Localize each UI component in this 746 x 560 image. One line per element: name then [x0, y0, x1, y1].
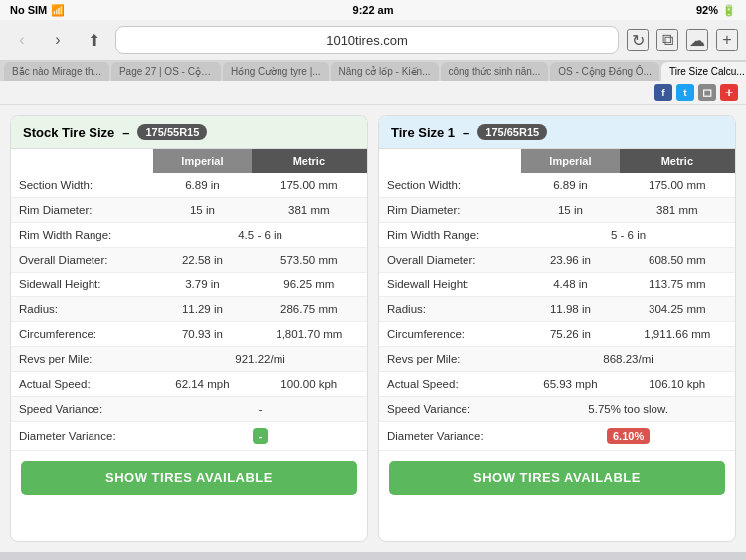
row-imperial: 11.29 in: [153, 297, 251, 322]
size1-label-header: [379, 149, 521, 173]
size1-show-tires-button[interactable]: SHOW TIRES AVAILABLE: [389, 461, 725, 495]
forward-button[interactable]: ›: [44, 26, 72, 54]
table-row: Radius: 11.98 in 304.25 mm: [379, 297, 735, 322]
row-metric: 113.75 mm: [620, 273, 735, 297]
carrier-text: No SIM: [10, 4, 47, 16]
stock-show-tires-button[interactable]: SHOW TIRES AVAILABLE: [21, 461, 357, 495]
row-span: 921.22/mi: [153, 347, 367, 372]
row-label: Radius:: [379, 297, 521, 322]
stock-metric-header: Metric: [252, 149, 367, 173]
table-row: Rim Diameter: 15 in 381 mm: [11, 198, 367, 223]
size1-card-title: Tire Size 1: [391, 125, 455, 140]
stock-variance-badge: -: [253, 428, 269, 444]
row-imperial: 15 in: [521, 198, 619, 223]
row-imperial: 23.96 in: [521, 248, 619, 273]
tab-2[interactable]: Hồng Cường tyre |...: [223, 62, 329, 81]
row-variance: 6.10%: [521, 422, 735, 451]
facebook-icon[interactable]: f: [654, 84, 672, 101]
row-imperial: 15 in: [153, 198, 251, 223]
row-metric: 106.10 kph: [620, 372, 735, 397]
tab-3[interactable]: Nâng cở lốp - Kiến...: [331, 62, 439, 81]
size1-metric-header: Metric: [620, 149, 735, 173]
row-label: Radius:: [11, 297, 153, 322]
row-span: 4.5 - 6 in: [153, 223, 367, 248]
tab-1[interactable]: Page 27 | OS - Cộn...: [111, 62, 221, 81]
back-button[interactable]: ‹: [8, 26, 36, 54]
stock-imperial-header: Imperial: [153, 149, 251, 173]
row-metric: 381 mm: [252, 198, 367, 223]
wifi-icon: 📶: [51, 4, 65, 17]
table-row: Actual Speed: 62.14 mph 100.00 kph: [11, 372, 367, 397]
row-metric: 96.25 mm: [252, 273, 367, 297]
row-span: -: [153, 397, 367, 422]
stock-card-header: Stock Tire Size – 175/55R15: [11, 116, 367, 149]
row-label: Actual Speed:: [11, 372, 153, 397]
tabs-button[interactable]: ⧉: [656, 29, 678, 51]
row-metric: 381 mm: [620, 198, 735, 223]
row-label: Speed Variance:: [11, 397, 153, 422]
row-imperial: 62.14 mph: [153, 372, 251, 397]
table-row: Section Width: 6.89 in 175.00 mm: [379, 173, 735, 198]
table-row: Sidewall Height: 4.48 in 113.75 mm: [379, 273, 735, 297]
status-bar-right: 92% 🔋: [696, 4, 736, 17]
row-metric: 286.75 mm: [252, 297, 367, 322]
twitter-icon[interactable]: t: [676, 84, 694, 101]
add-social-icon[interactable]: +: [720, 84, 738, 101]
stock-tire-table: Imperial Metric Section Width: 6.89 in 1…: [11, 149, 367, 451]
row-variance: -: [153, 422, 367, 451]
row-label: Sidewall Height:: [11, 273, 153, 297]
row-label: Revs per Mile:: [11, 347, 153, 372]
stock-size-badge: 175/55R15: [137, 124, 207, 140]
table-row: Speed Variance: -: [11, 397, 367, 422]
size1-imperial-header: Imperial: [521, 149, 619, 173]
new-tab-button[interactable]: +: [716, 29, 738, 51]
row-label: Overall Diameter:: [379, 248, 521, 273]
row-span: 5 - 6 in: [521, 223, 735, 248]
reload-button[interactable]: ↻: [627, 29, 649, 51]
status-time: 9:22 am: [353, 4, 394, 16]
tab-6-active[interactable]: Tire Size Calcu...: [661, 62, 746, 81]
row-span: 868.23/mi: [521, 347, 735, 372]
battery-text: 92%: [696, 4, 718, 16]
table-row: Circumference: 70.93 in 1,801.70 mm: [11, 322, 367, 347]
row-imperial: 6.89 in: [521, 173, 619, 198]
table-row: Speed Variance: 5.75% too slow.: [379, 397, 735, 422]
share-button[interactable]: ⬆: [80, 26, 107, 54]
battery-icon: 🔋: [722, 4, 736, 17]
row-metric: 100.00 kph: [252, 372, 367, 397]
row-label: Circumference:: [379, 322, 521, 347]
browser-nav-bar: ‹ › ⬆ 1010tires.com ↻ ⧉ ☁ +: [0, 20, 746, 60]
row-metric: 573.50 mm: [252, 248, 367, 273]
row-label: Speed Variance:: [379, 397, 521, 422]
row-imperial: 6.89 in: [153, 173, 251, 198]
table-row: Overall Diameter: 22.58 in 573.50 mm: [11, 248, 367, 273]
row-imperial: 22.58 in: [153, 248, 251, 273]
row-imperial: 3.79 in: [153, 273, 251, 297]
table-row: Revs per Mile: 868.23/mi: [379, 347, 735, 372]
tab-5[interactable]: OS - Cộng Đồng Ô...: [550, 62, 659, 81]
size1-variance-badge: 6.10%: [607, 428, 650, 444]
row-metric: 175.00 mm: [620, 173, 735, 198]
url-bar[interactable]: 1010tires.com: [115, 26, 619, 54]
row-metric: 1,911.66 mm: [620, 322, 735, 347]
row-label: Sidewall Height:: [379, 273, 521, 297]
size1-tire-table: Imperial Metric Section Width: 6.89 in 1…: [379, 149, 735, 451]
row-label: Actual Speed:: [379, 372, 521, 397]
row-imperial: 11.98 in: [521, 297, 619, 322]
row-metric: 1,801.70 mm: [252, 322, 367, 347]
row-label: Section Width:: [11, 173, 153, 198]
share-social-icon[interactable]: ◻: [698, 84, 716, 101]
tab-0[interactable]: Bắc nào Mirage th...: [4, 62, 109, 81]
size1-size-badge: 175/65R15: [477, 124, 547, 140]
social-bar: f t ◻ +: [0, 81, 746, 105]
table-row: Sidewall Height: 3.79 in 96.25 mm: [11, 273, 367, 297]
row-imperial: 4.48 in: [521, 273, 619, 297]
row-label: Rim Width Range:: [379, 223, 521, 248]
row-metric: 175.00 mm: [252, 173, 367, 198]
status-bar: No SIM 📶 9:22 am 92% 🔋: [0, 0, 746, 20]
cloud-button[interactable]: ☁: [686, 29, 708, 51]
table-row: Section Width: 6.89 in 175.00 mm: [11, 173, 367, 198]
tab-4[interactable]: công thức sinh năn...: [441, 62, 549, 81]
row-imperial: 65.93 mph: [521, 372, 619, 397]
page-content: Stock Tire Size – 175/55R15 Imperial Met…: [0, 105, 746, 552]
